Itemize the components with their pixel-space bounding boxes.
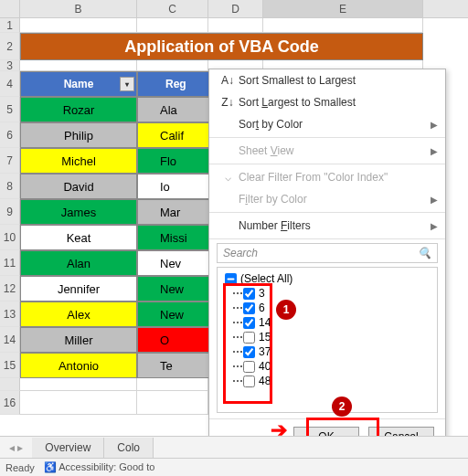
sort-asc-icon: A↓	[217, 74, 239, 87]
row-6[interactable]: 6	[0, 122, 20, 148]
row-1[interactable]: 1	[0, 18, 20, 33]
tab-overview[interactable]: Overview	[32, 438, 104, 458]
filter-button-name[interactable]: ▾	[120, 77, 134, 91]
title-cell: Application of VBA Code	[20, 33, 423, 60]
status-acc: ♿ Accessibility: Good to	[44, 461, 155, 473]
row-4[interactable]: 4	[0, 71, 20, 97]
row-15[interactable]: 15	[0, 353, 20, 378]
row-7[interactable]: 7	[0, 148, 20, 174]
name-cell[interactable]: Miller	[20, 327, 137, 353]
col-D[interactable]: D	[208, 0, 263, 17]
corner	[0, 0, 20, 17]
row-2[interactable]: 2	[0, 33, 20, 60]
sort-asc[interactable]: A↓Sort Smallest to Largest	[209, 69, 445, 91]
sort-desc-icon: Z↓	[217, 96, 239, 109]
filter-item[interactable]: ⋯ 40	[221, 359, 433, 374]
row-9[interactable]: 9	[0, 199, 20, 225]
filter-item[interactable]: ⋯ 6	[221, 301, 433, 315]
filter-item[interactable]: ⋯ 3	[221, 286, 433, 301]
row-3[interactable]: 3	[0, 60, 20, 71]
name-cell[interactable]: Alex	[20, 301, 137, 327]
select-all[interactable]: (Select All)	[221, 271, 433, 286]
row-gap[interactable]	[0, 378, 20, 391]
search-box[interactable]: Search🔍	[217, 243, 438, 263]
search-icon: 🔍	[418, 247, 431, 259]
sheet-tabs: ◂ ▸ Overview Colo	[0, 436, 468, 458]
sort-desc[interactable]: Z↓Sort Largest to Smallest	[209, 91, 445, 113]
sheet-view: Sheet View▶	[209, 140, 445, 162]
name-cell[interactable]: Rozar	[20, 97, 137, 122]
row-14[interactable]: 14	[0, 327, 20, 353]
filter-item[interactable]: ⋯ 37	[221, 344, 433, 359]
col-B[interactable]: B	[20, 0, 137, 17]
row-10[interactable]: 10	[0, 225, 20, 250]
row-13[interactable]: 13	[0, 301, 20, 327]
sort-color[interactable]: Sort by Color▶	[209, 113, 445, 135]
chevron-right-icon: ▶	[431, 221, 438, 231]
funnel-icon: ⌵	[217, 171, 239, 184]
name-cell[interactable]: David	[20, 174, 137, 199]
number-filters[interactable]: Number Filters▶	[209, 215, 445, 237]
status-bar: Ready ♿ Accessibility: Good to	[0, 458, 468, 476]
filter-tree[interactable]: (Select All) ⋯ 3⋯ 6⋯ 14⋯ 15⋯ 37⋯ 40⋯ 48	[217, 267, 438, 413]
name-cell[interactable]: James	[20, 199, 137, 225]
filter-menu: A↓Sort Smallest to Largest Z↓Sort Larges…	[208, 69, 446, 455]
tab-color[interactable]: Colo	[104, 438, 154, 458]
name-cell[interactable]: Alan	[20, 250, 137, 276]
status-ready: Ready	[5, 462, 35, 473]
filter-item[interactable]: ⋯ 14	[221, 315, 433, 330]
row-8[interactable]: 8	[0, 174, 20, 199]
col-C[interactable]: C	[137, 0, 208, 17]
name-cell[interactable]: Michel	[20, 148, 137, 174]
col-E[interactable]: E	[263, 0, 423, 17]
tab-nav[interactable]: ◂ ▸	[0, 441, 32, 454]
filter-color: Filter by Color▶	[209, 188, 445, 210]
name-cell[interactable]: Jennifer	[20, 276, 137, 301]
row-16[interactable]: 16	[0, 391, 20, 415]
name-cell[interactable]: Philip	[20, 122, 137, 148]
column-headers: B C D E	[0, 0, 468, 18]
chevron-right-icon: ▶	[431, 120, 438, 130]
clear-filter: ⌵Clear Filter From "Color Index"	[209, 166, 445, 188]
row-11[interactable]: 11	[0, 250, 20, 276]
row-5[interactable]: 5	[0, 97, 20, 122]
filter-item[interactable]: ⋯ 15	[221, 330, 433, 344]
header-name: Name▾	[20, 71, 137, 97]
name-cell[interactable]: Keat	[20, 225, 137, 250]
row-12[interactable]: 12	[0, 276, 20, 301]
filter-item[interactable]: ⋯ 48	[221, 374, 433, 388]
name-cell[interactable]: Antonio	[20, 353, 137, 378]
